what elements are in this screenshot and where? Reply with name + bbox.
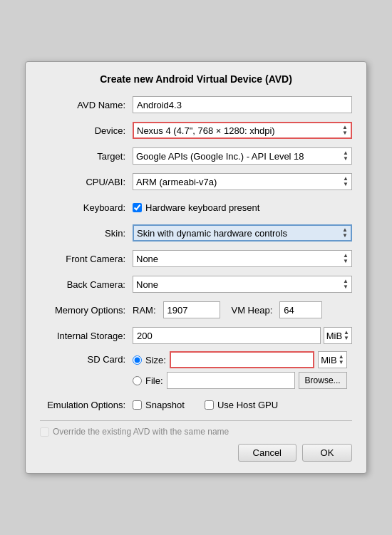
sd-mib-select[interactable]: MiB ▲ ▼ bbox=[318, 351, 346, 368]
dialog-title: Create new Android Virtual Device (AVD) bbox=[40, 73, 352, 85]
front-camera-spinner[interactable]: ▲ ▼ bbox=[343, 253, 349, 264]
button-row: Cancel OK bbox=[40, 444, 352, 462]
sd-size-row: Size: MiB ▲ ▼ bbox=[133, 351, 347, 368]
sd-size-input[interactable] bbox=[170, 351, 314, 368]
cpu-value: ARM (armeabi-v7a) bbox=[136, 177, 341, 187]
emulation-field-wrap: Snapshot Use Host GPU bbox=[133, 400, 352, 410]
front-camera-row: Front Camera: None ▲ ▼ bbox=[40, 249, 352, 269]
override-label: Override the existing AVD with the same … bbox=[53, 427, 229, 437]
front-camera-field-wrap: None ▲ ▼ bbox=[133, 250, 352, 267]
sd-file-radio[interactable] bbox=[133, 376, 142, 385]
front-camera-select[interactable]: None ▲ ▼ bbox=[133, 250, 352, 267]
target-field-wrap: Google APIs (Google Inc.) - API Level 18… bbox=[133, 147, 352, 165]
ram-input[interactable] bbox=[163, 301, 220, 318]
device-select[interactable]: Nexus 4 (4.7", 768 × 1280: xhdpi) ▲ ▼ bbox=[133, 122, 352, 139]
back-camera-spinner[interactable]: ▲ ▼ bbox=[343, 279, 349, 290]
snapshot-checkbox-row: Snapshot bbox=[133, 400, 185, 410]
spinner-down-icon[interactable]: ▼ bbox=[342, 130, 348, 136]
memory-field-wrap: RAM: VM Heap: bbox=[133, 301, 352, 318]
sd-card-row: SD Card: Size: MiB ▲ ▼ bbox=[40, 351, 352, 389]
device-row: Device: Nexus 4 (4.7", 768 × 1280: xhdpi… bbox=[40, 120, 352, 140]
use-host-gpu-label: Use Host GPU bbox=[217, 400, 278, 410]
mib-label: MiB bbox=[326, 331, 342, 341]
internal-storage-label: Internal Storage: bbox=[40, 331, 133, 341]
sd-mib-label: MiB bbox=[321, 355, 336, 365]
emulation-label: Emulation Options: bbox=[40, 400, 133, 410]
snapshot-checkbox[interactable] bbox=[133, 400, 142, 410]
front-camera-label: Front Camera: bbox=[40, 254, 133, 264]
back-camera-label: Back Camera: bbox=[40, 279, 133, 290]
internal-storage-row: Internal Storage: MiB ▲ ▼ bbox=[40, 326, 352, 346]
avd-name-row: AVD Name: bbox=[40, 95, 352, 115]
target-label: Target: bbox=[40, 151, 133, 162]
skin-select[interactable]: Skin with dynamic hardware controls ▲ ▼ bbox=[133, 224, 352, 241]
spinner-down-icon[interactable]: ▼ bbox=[342, 233, 348, 239]
sd-file-row: File: Browse... bbox=[133, 372, 347, 389]
spinner-down-icon[interactable]: ▼ bbox=[343, 156, 349, 162]
cpu-field-wrap: ARM (armeabi-v7a) ▲ ▼ bbox=[133, 173, 352, 190]
ok-button[interactable]: OK bbox=[302, 444, 352, 462]
sd-card-section: Size: MiB ▲ ▼ File: Browse... bbox=[133, 351, 347, 389]
file-label: File: bbox=[145, 375, 163, 386]
use-host-gpu-checkbox[interactable] bbox=[205, 400, 214, 410]
mib-spinner[interactable]: ▲ ▼ bbox=[344, 330, 349, 341]
skin-spinner[interactable]: ▲ ▼ bbox=[342, 227, 348, 239]
target-row: Target: Google APIs (Google Inc.) - API … bbox=[40, 146, 352, 166]
device-label: Device: bbox=[40, 125, 133, 136]
sd-file-input[interactable] bbox=[167, 372, 295, 389]
device-value: Nexus 4 (4.7", 768 × 1280: xhdpi) bbox=[137, 125, 340, 136]
spinner-down-icon[interactable]: ▼ bbox=[343, 284, 349, 290]
internal-storage-mib-select[interactable]: MiB ▲ ▼ bbox=[324, 327, 352, 344]
emulation-row: Emulation Options: Snapshot Use Host GPU bbox=[40, 395, 352, 415]
keyboard-checkbox-row: Hardware keyboard present bbox=[133, 202, 259, 213]
sd-size-radio[interactable] bbox=[133, 355, 142, 365]
keyboard-row: Keyboard: Hardware keyboard present bbox=[40, 197, 352, 217]
avd-name-field-wrap bbox=[133, 96, 352, 113]
keyboard-field-wrap: Hardware keyboard present bbox=[133, 202, 352, 213]
spinner-down-icon[interactable]: ▼ bbox=[343, 259, 349, 264]
snapshot-label: Snapshot bbox=[145, 400, 185, 410]
spinner-down-icon[interactable]: ▼ bbox=[339, 360, 344, 365]
device-spinner[interactable]: ▲ ▼ bbox=[342, 125, 348, 136]
target-value: Google APIs (Google Inc.) - API Level 18 bbox=[136, 151, 341, 162]
skin-value: Skin with dynamic hardware controls bbox=[137, 228, 340, 239]
sd-card-label: SD Card: bbox=[40, 351, 133, 365]
avd-name-input[interactable] bbox=[133, 96, 352, 113]
cpu-label: CPU/ABI: bbox=[40, 177, 133, 187]
avd-name-label: AVD Name: bbox=[40, 100, 133, 110]
skin-row: Skin: Skin with dynamic hardware control… bbox=[40, 223, 352, 243]
browse-button[interactable]: Browse... bbox=[299, 372, 347, 389]
vmheap-input[interactable] bbox=[279, 301, 322, 318]
vmheap-label: VM Heap: bbox=[232, 305, 273, 316]
cancel-button[interactable]: Cancel bbox=[238, 444, 296, 462]
sd-mib-spinner[interactable]: ▲ ▼ bbox=[339, 354, 344, 365]
keyboard-check-label: Hardware keyboard present bbox=[145, 202, 259, 213]
skin-label: Skin: bbox=[40, 228, 133, 239]
cpu-row: CPU/ABI: ARM (armeabi-v7a) ▲ ▼ bbox=[40, 172, 352, 192]
skin-field-wrap: Skin with dynamic hardware controls ▲ ▼ bbox=[133, 224, 352, 241]
cpu-select[interactable]: ARM (armeabi-v7a) ▲ ▼ bbox=[133, 173, 352, 190]
back-camera-row: Back Camera: None ▲ ▼ bbox=[40, 274, 352, 294]
spinner-down-icon[interactable]: ▼ bbox=[344, 336, 349, 341]
cpu-spinner[interactable]: ▲ ▼ bbox=[343, 176, 349, 187]
divider bbox=[40, 420, 352, 421]
back-camera-select[interactable]: None ▲ ▼ bbox=[133, 276, 352, 293]
keyboard-label: Keyboard: bbox=[40, 202, 133, 213]
target-select[interactable]: Google APIs (Google Inc.) - API Level 18… bbox=[133, 147, 352, 165]
ram-label: RAM: bbox=[133, 305, 156, 316]
internal-storage-input[interactable] bbox=[133, 327, 321, 344]
spinner-down-icon[interactable]: ▼ bbox=[343, 182, 349, 187]
override-checkbox bbox=[40, 427, 49, 437]
memory-label: Memory Options: bbox=[40, 305, 133, 316]
avd-dialog: Create new Android Virtual Device (AVD) … bbox=[25, 61, 367, 474]
back-camera-field-wrap: None ▲ ▼ bbox=[133, 276, 352, 293]
internal-storage-field-wrap: MiB ▲ ▼ bbox=[133, 327, 352, 344]
sd-card-field-wrap: Size: MiB ▲ ▼ File: Browse... bbox=[133, 351, 352, 389]
front-camera-value: None bbox=[136, 254, 341, 264]
override-row: Override the existing AVD with the same … bbox=[40, 427, 352, 437]
target-spinner[interactable]: ▲ ▼ bbox=[343, 150, 349, 162]
back-camera-value: None bbox=[136, 279, 341, 290]
keyboard-checkbox[interactable] bbox=[133, 203, 142, 212]
memory-row: Memory Options: RAM: VM Heap: bbox=[40, 300, 352, 320]
use-host-gpu-checkbox-row: Use Host GPU bbox=[205, 400, 278, 410]
